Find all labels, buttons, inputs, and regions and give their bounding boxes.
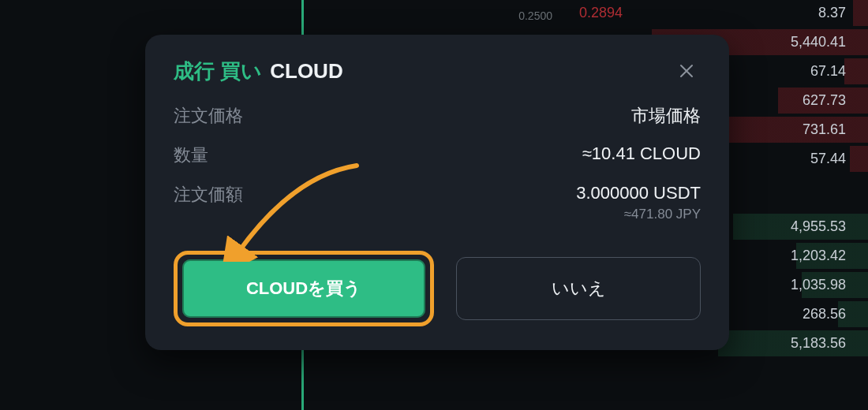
orderbook-ask-row[interactable]: 0.2894 8.37	[568, 0, 868, 26]
ask-amount: 67.14	[810, 63, 846, 80]
bid-amount: 4,955.53	[791, 218, 846, 235]
amount-subvalue: ≈471.80 JPY	[576, 207, 701, 222]
amount-label: 注文価額	[174, 183, 243, 207]
ask-amount: 627.73	[803, 92, 846, 109]
order-confirm-dialog: 成行 買い CLOUD 注文価格 市場価格 数量 ≈10.41 CLOUD 注文…	[145, 35, 729, 350]
dialog-title: 成行 買い CLOUD	[174, 58, 343, 85]
ask-price: 0.2894	[579, 5, 623, 21]
title-action: 成行 買い	[174, 58, 262, 85]
order-price-label: 注文価格	[174, 104, 243, 128]
quantity-value: ≈10.41 CLOUD	[582, 144, 701, 164]
bid-amount: 1,035.98	[791, 277, 846, 293]
ask-amount: 731.61	[803, 121, 846, 138]
quantity-label: 数量	[174, 144, 208, 167]
dialog-header: 成行 買い CLOUD	[174, 57, 701, 85]
bid-amount: 1,203.42	[791, 248, 846, 264]
cancel-button[interactable]: いいえ	[456, 257, 701, 320]
row-quantity: 数量 ≈10.41 CLOUD	[174, 144, 701, 167]
ask-amount: 5,440.41	[791, 34, 846, 50]
ask-amount: 8.37	[818, 5, 846, 21]
close-button[interactable]	[672, 57, 701, 85]
bid-amount: 5,183.56	[791, 335, 846, 352]
close-icon	[677, 62, 696, 80]
ask-amount: 57.44	[810, 151, 846, 167]
title-symbol: CLOUD	[270, 59, 342, 84]
row-amount: 注文価額 3.000000 USDT ≈471.80 JPY	[174, 183, 701, 222]
buy-button[interactable]: CLOUDを買う	[182, 259, 425, 318]
buy-button-highlight: CLOUDを買う	[174, 251, 434, 326]
amount-value: 3.000000 USDT	[576, 183, 701, 203]
bid-amount: 268.56	[803, 306, 846, 322]
order-price-value: 市場価格	[631, 104, 701, 128]
dialog-actions: CLOUDを買う いいえ	[174, 251, 701, 326]
chart-tick-label: 0.2500	[518, 9, 552, 22]
order-info: 注文価格 市場価格 数量 ≈10.41 CLOUD 注文価額 3.000000 …	[174, 104, 701, 222]
row-order-price: 注文価格 市場価格	[174, 104, 701, 128]
